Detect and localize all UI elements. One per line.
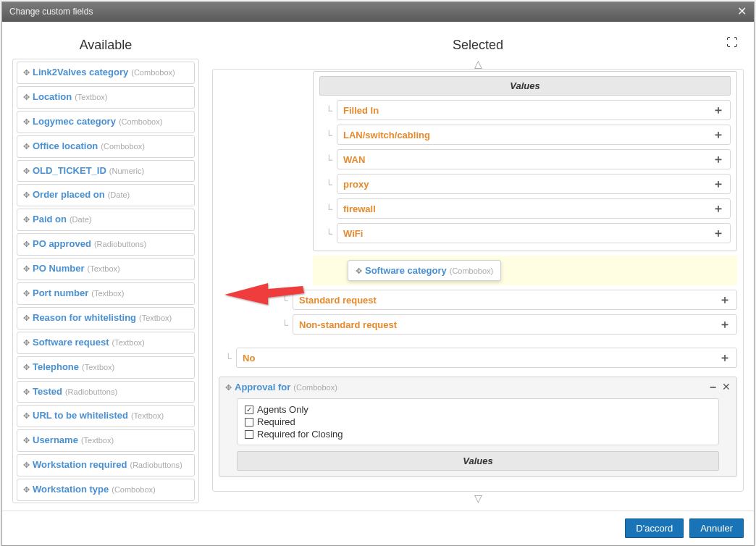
- available-item-type: (Textbox): [91, 288, 124, 298]
- value-pill[interactable]: WiFi＋: [337, 223, 731, 243]
- available-item[interactable]: ✥Order placed on (Date): [17, 184, 195, 206]
- tree-elbow-icon: └: [219, 353, 232, 364]
- available-item[interactable]: ✥Logymec category (Combobox): [17, 111, 195, 133]
- tree-elbow-icon: └: [319, 154, 332, 165]
- remove-icon[interactable]: ✕: [722, 382, 731, 392]
- move-icon: ✥: [23, 313, 30, 323]
- available-item-label: Order placed on: [33, 189, 105, 201]
- available-item[interactable]: ✥Office location (Combobox): [17, 135, 195, 158]
- move-icon: ✥: [23, 190, 30, 200]
- available-item[interactable]: ✥Location (Textbox): [17, 86, 195, 109]
- checkbox-row[interactable]: ✓Agents Only: [245, 403, 711, 416]
- plus-icon[interactable]: ＋: [713, 129, 724, 140]
- software-category-label: Software category: [365, 265, 447, 276]
- available-item[interactable]: ✥Telephone (Textbox): [17, 356, 195, 379]
- value-row[interactable]: └LAN/switch/cabling＋: [319, 125, 731, 145]
- plus-icon[interactable]: ＋: [713, 203, 724, 214]
- checkbox[interactable]: [245, 418, 253, 427]
- checkbox-label: Required: [257, 416, 295, 427]
- available-item[interactable]: ✥PO Number (Textbox): [17, 258, 195, 280]
- ok-button[interactable]: D'accord: [625, 518, 684, 538]
- move-icon: ✥: [23, 435, 30, 445]
- value-row[interactable]: └WiFi＋: [319, 223, 731, 243]
- move-icon: ✥: [23, 484, 30, 495]
- tree-elbow-icon: └: [319, 130, 332, 140]
- value-row[interactable]: └proxy＋: [319, 174, 731, 194]
- move-icon: ✥: [23, 117, 30, 127]
- available-item-label: Workstation required: [33, 459, 127, 471]
- available-item-type: (Textbox): [139, 313, 172, 323]
- available-item[interactable]: ✥Tested (Radiobuttons): [17, 381, 195, 403]
- tree-elbow-icon: └: [275, 295, 288, 306]
- value-pill[interactable]: WAN＋: [337, 149, 731, 169]
- value-pill[interactable]: Non-standard request＋: [293, 314, 737, 335]
- available-item[interactable]: ✥URL to be whitelisted (Textbox): [17, 405, 195, 427]
- move-icon: ✥: [23, 92, 30, 102]
- value-row[interactable]: └firewall＋: [319, 198, 731, 219]
- available-item[interactable]: ✥PO approved (Radiobuttons): [17, 233, 195, 256]
- scroll-down-icon[interactable]: ▽: [212, 492, 744, 503]
- scroll-up-icon[interactable]: △: [212, 59, 744, 69]
- plus-icon[interactable]: ＋: [713, 178, 724, 190]
- available-item[interactable]: ✥Reason for whitelisting (Textbox): [17, 307, 195, 329]
- approval-for-options: ✓Agents OnlyRequiredRequired for Closing: [237, 398, 719, 445]
- tree-elbow-icon: └: [319, 203, 332, 214]
- approval-for-label: Approval for: [235, 382, 290, 392]
- value-pill[interactable]: proxy＋: [337, 174, 731, 194]
- available-item-type: (Textbox): [81, 435, 114, 445]
- value-row[interactable]: └Non-standard request＋: [275, 314, 737, 335]
- dialog-content: Available ✥Link2Valves category (Combobo…: [2, 22, 754, 511]
- dialog-title: Change custom fields: [9, 7, 93, 17]
- available-list[interactable]: ✥Link2Valves category (Combobox)✥Locatio…: [12, 59, 199, 503]
- value-row[interactable]: └Filled In＋: [319, 100, 731, 120]
- minus-icon[interactable]: −: [710, 382, 716, 393]
- available-item-type: (Date): [70, 214, 92, 224]
- values-heading: Values: [237, 451, 719, 471]
- available-item-label: Software request: [33, 337, 109, 349]
- selected-scroll[interactable]: Values └Filled In＋└LAN/switch/cabling＋└W…: [213, 70, 743, 491]
- plus-icon[interactable]: ＋: [713, 227, 724, 239]
- available-item-type: (Textbox): [131, 411, 164, 421]
- drop-target-row[interactable]: ✥ Software category (Combobox): [313, 256, 737, 285]
- available-item-label: Reason for whitelisting: [33, 312, 136, 324]
- plus-icon[interactable]: ＋: [719, 294, 731, 306]
- checkbox[interactable]: [245, 430, 253, 439]
- available-item[interactable]: ✥Link2Valves category (Combobox): [17, 62, 195, 84]
- value-row[interactable]: └Standard request＋: [275, 290, 737, 310]
- value-row[interactable]: └WAN＋: [319, 149, 731, 169]
- available-item[interactable]: ✥Workstation required (Radiobuttons): [17, 454, 195, 476]
- fullscreen-icon[interactable]: ⛶: [726, 36, 738, 49]
- cancel-button[interactable]: Annuler: [689, 518, 744, 538]
- approval-for-header[interactable]: ✥ Approval for (Combobox) − ✕: [219, 377, 736, 397]
- tree-elbow-icon: └: [319, 105, 332, 116]
- available-item-label: Office location: [33, 140, 98, 153]
- value-pill[interactable]: LAN/switch/cabling＋: [337, 125, 731, 145]
- available-item[interactable]: ✥Username (Textbox): [17, 429, 195, 452]
- available-item-label: Telephone: [33, 361, 79, 374]
- value-pill[interactable]: Filled In＋: [337, 100, 731, 120]
- value-pill[interactable]: firewall＋: [337, 198, 731, 219]
- value-pill[interactable]: Standard request＋: [293, 290, 737, 310]
- close-icon[interactable]: ✕: [737, 6, 747, 17]
- selected-header-row: Selected ⛶: [212, 35, 744, 59]
- checkbox[interactable]: ✓: [245, 406, 253, 414]
- checkbox-row[interactable]: Required for Closing: [245, 428, 711, 440]
- available-item[interactable]: ✥Workstation type (Combobox): [17, 479, 195, 501]
- move-icon: ✥: [356, 266, 362, 276]
- value-no[interactable]: No ＋: [236, 348, 737, 368]
- plus-icon[interactable]: ＋: [719, 352, 731, 364]
- plus-icon[interactable]: ＋: [719, 319, 731, 330]
- available-item[interactable]: ✥Paid on (Date): [17, 209, 195, 231]
- value-row-no[interactable]: └ No ＋: [219, 348, 737, 368]
- checkbox-row[interactable]: Required: [245, 416, 711, 428]
- plus-icon[interactable]: ＋: [713, 154, 724, 165]
- available-item-type: (Radiobuttons): [65, 387, 117, 397]
- available-item[interactable]: ✥Software request (Textbox): [17, 332, 195, 354]
- available-item[interactable]: ✥Port number (Textbox): [17, 282, 195, 305]
- plus-icon[interactable]: ＋: [713, 104, 724, 116]
- software-category-chip[interactable]: ✥ Software category (Combobox): [348, 260, 501, 281]
- available-item[interactable]: ✥OLD_TICKET_ID (Numeric): [17, 160, 195, 182]
- available-item-type: (Radiobuttons): [94, 239, 146, 249]
- available-item-label: Logymec category: [33, 116, 116, 128]
- move-icon: ✥: [23, 460, 30, 470]
